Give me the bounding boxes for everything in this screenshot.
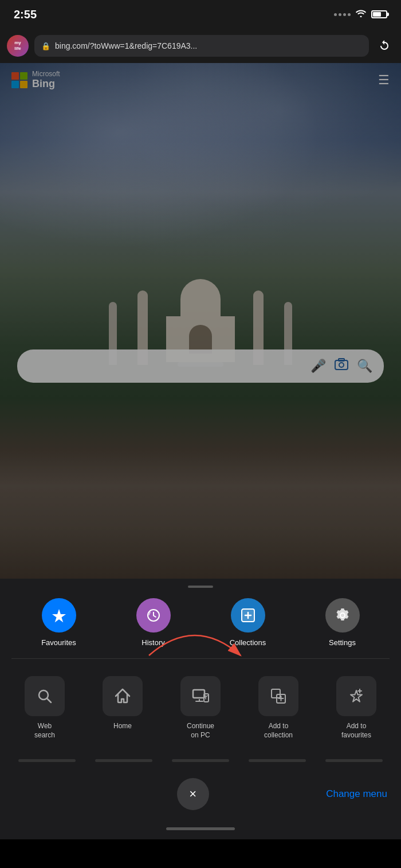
menu-dot-5 bbox=[325, 759, 383, 762]
web-search-label: Websearch bbox=[34, 722, 55, 740]
svg-rect-8 bbox=[272, 689, 280, 698]
home-indicator bbox=[0, 822, 401, 839]
settings-circle bbox=[325, 598, 360, 633]
continue-on-pc-item[interactable]: Continueon PC bbox=[162, 670, 239, 745]
menu-dot-2 bbox=[95, 759, 152, 762]
home-box bbox=[103, 676, 143, 716]
close-button[interactable]: × bbox=[177, 778, 209, 810]
add-to-collection-box bbox=[258, 676, 298, 716]
settings-action[interactable]: Settings bbox=[320, 598, 365, 647]
status-time: 2:55 bbox=[14, 8, 37, 21]
url-text: bing.com/?toWww=1&redig=7C619A3... bbox=[55, 41, 362, 50]
add-to-favourites-label: Add tofavourites bbox=[341, 722, 371, 740]
wifi-icon bbox=[355, 9, 367, 19]
home-label: Home bbox=[113, 722, 132, 731]
url-bar: mylife 🔒 bing.com/?toWww=1&redig=7C619A3… bbox=[0, 29, 401, 63]
add-to-collection-item[interactable]: Add tocollection bbox=[239, 670, 317, 745]
reload-button[interactable] bbox=[375, 36, 394, 56]
favourites-circle bbox=[42, 598, 76, 633]
close-icon: × bbox=[189, 787, 196, 802]
history-circle bbox=[136, 598, 171, 633]
sheet-handle bbox=[0, 579, 401, 592]
web-search-box bbox=[25, 676, 65, 716]
add-to-favourites-item[interactable]: Add tofavourites bbox=[317, 670, 395, 745]
menu-dots-row bbox=[0, 757, 401, 771]
status-icons bbox=[334, 9, 387, 19]
sheet-bottom: × Change menu bbox=[0, 771, 401, 822]
settings-label: Settings bbox=[329, 638, 356, 647]
svg-rect-6 bbox=[193, 690, 205, 698]
status-bar: 2:55 bbox=[0, 0, 401, 29]
collections-circle bbox=[231, 598, 265, 633]
menu-grid: Websearch Home Continueon bbox=[0, 659, 401, 757]
history-label: History bbox=[141, 638, 164, 647]
continue-on-pc-box bbox=[180, 676, 221, 716]
collections-label: Collections bbox=[230, 638, 266, 647]
url-input[interactable]: 🔒 bing.com/?toWww=1&redig=7C619A3... bbox=[34, 35, 369, 57]
web-search-item[interactable]: Websearch bbox=[6, 670, 84, 745]
quick-actions-row: Favourites History Collections bbox=[0, 592, 401, 658]
continue-on-pc-label: Continueon PC bbox=[187, 722, 214, 740]
lock-icon: 🔒 bbox=[41, 42, 50, 50]
add-to-favourites-box bbox=[336, 676, 376, 716]
browser-content: Microsoft Bing ☰ 🎤 🔍 bbox=[0, 63, 401, 579]
drag-handle bbox=[188, 586, 213, 588]
menu-dot-4 bbox=[249, 759, 306, 762]
dim-overlay bbox=[0, 63, 401, 579]
bottom-sheet: Favourites History Collections bbox=[0, 579, 401, 839]
home-bar bbox=[166, 827, 235, 830]
signal-icon bbox=[334, 13, 351, 16]
home-item[interactable]: Home bbox=[84, 670, 162, 745]
menu-dot-3 bbox=[172, 759, 229, 762]
favourites-action[interactable]: Favourites bbox=[36, 598, 82, 647]
avatar[interactable]: mylife bbox=[7, 35, 29, 57]
favourites-label: Favourites bbox=[41, 638, 76, 647]
add-to-collection-label: Add tocollection bbox=[264, 722, 293, 740]
menu-dot-1 bbox=[18, 759, 76, 762]
history-action[interactable]: History bbox=[131, 598, 176, 647]
change-menu-button[interactable]: Change menu bbox=[326, 788, 387, 800]
collections-action[interactable]: Collections bbox=[225, 598, 271, 647]
battery-icon bbox=[371, 10, 387, 18]
